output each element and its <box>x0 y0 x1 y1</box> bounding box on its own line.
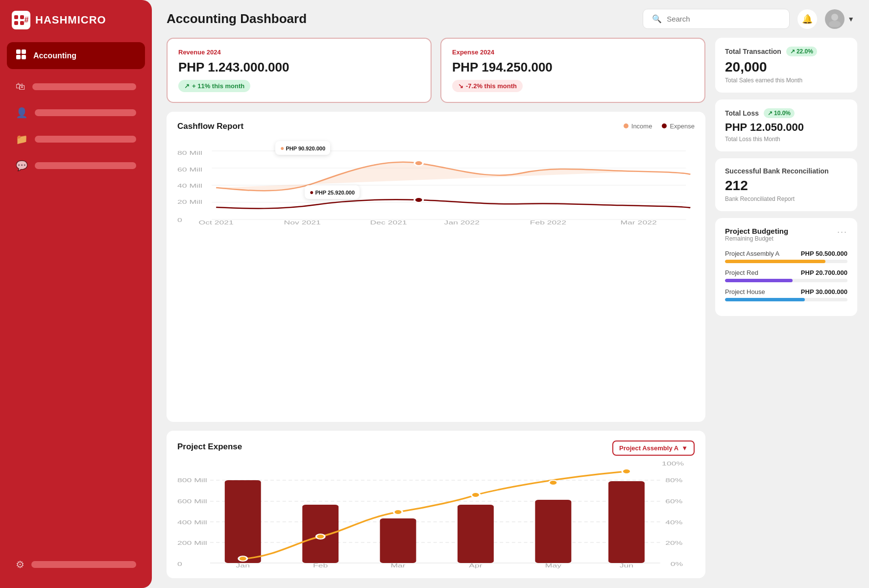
bank-reconciliation-header: Successful Bank Reconciliation <box>725 167 847 175</box>
svg-rect-47 <box>458 505 494 563</box>
budget-item-house-name: Project House <box>725 288 765 295</box>
topbar-right: 🔍 🔔 ▼ <box>643 9 854 29</box>
sidebar-nav: 🛍 👤 📁 💬 <box>0 71 152 546</box>
svg-text:Oct 2021: Oct 2021 <box>199 220 234 224</box>
svg-rect-5 <box>22 49 26 54</box>
svg-point-8 <box>831 14 838 21</box>
revenue-card: Revenue 2024 PHP 1.243.000.000 ↗ + 11% t… <box>167 38 432 103</box>
budget-item-house-value: PHP 30.000.000 <box>801 288 847 295</box>
svg-text:60%: 60% <box>665 499 683 504</box>
total-transaction-badge: ↗ 22.0% <box>786 47 817 56</box>
avatar <box>825 9 845 29</box>
budget-item-house: Project House PHP 30.000.000 <box>725 288 847 301</box>
total-loss-sub: Total Loss this Month <box>725 136 847 143</box>
budget-item-house-header: Project House PHP 30.000.000 <box>725 288 847 295</box>
budget-bar-red <box>725 279 793 282</box>
expense-badge-text: -7.2% this month <box>466 82 517 90</box>
main-content: Accounting Dashboard 🔍 🔔 ▼ Revenue 2024 <box>152 0 869 588</box>
total-transaction-title: Total Transaction <box>725 48 781 55</box>
svg-text:0: 0 <box>177 562 182 567</box>
svg-text:40 Mill: 40 Mill <box>177 183 202 189</box>
search-input[interactable] <box>667 15 780 23</box>
total-transaction-header: Total Transaction ↗ 22.0% <box>725 47 847 56</box>
sidebar-item-people[interactable]: 👤 <box>7 101 145 124</box>
people-icon: 👤 <box>16 107 28 119</box>
dashboard: Revenue 2024 PHP 1.243.000.000 ↗ + 11% t… <box>152 34 869 588</box>
search-box[interactable]: 🔍 <box>643 9 790 29</box>
sidebar-item-chat[interactable]: 💬 <box>7 154 145 177</box>
total-loss-badge: ↗ 10.0% <box>764 108 795 118</box>
notification-button[interactable]: 🔔 <box>797 9 817 29</box>
search-icon: 🔍 <box>652 14 662 24</box>
svg-point-53 <box>471 492 480 497</box>
avatar-area[interactable]: ▼ <box>825 9 854 29</box>
expense-value: PHP 194.250.000 <box>452 60 694 75</box>
svg-text:Dec 2021: Dec 2021 <box>370 220 407 224</box>
budget-item-assembly-name: Project Assembly A <box>725 250 779 257</box>
project-budgeting-card: Project Budgeting Remaining Budget ··· P… <box>715 218 857 316</box>
svg-text:Mar 2022: Mar 2022 <box>620 220 656 224</box>
svg-point-51 <box>316 534 325 539</box>
right-panel: Total Transaction ↗ 22.0% 20,000 Total S… <box>715 38 857 578</box>
accounting-icon <box>16 49 26 62</box>
project-budgeting-sub: Remaining Budget <box>725 235 788 242</box>
budget-item-assembly-value: PHP 50.500.000 <box>801 250 847 257</box>
trending-down-icon: ↘ <box>458 82 463 90</box>
svg-rect-44 <box>225 480 261 563</box>
svg-text:0%: 0% <box>671 562 683 567</box>
nav-label-bar-1 <box>32 83 136 90</box>
budget-bar-assembly <box>725 260 825 263</box>
svg-text:80%: 80% <box>665 478 683 483</box>
sidebar-item-files[interactable]: 📁 <box>7 127 145 151</box>
budget-item-red-header: Project Red PHP 20.700.000 <box>725 269 847 276</box>
budget-item-red: Project Red PHP 20.700.000 <box>725 269 847 282</box>
expense-card: Expense 2024 PHP 194.250.000 ↘ -7.2% thi… <box>440 38 705 103</box>
project-budgeting-title: Project Budgeting <box>725 227 788 235</box>
expense-legend-label: Expense <box>670 122 695 130</box>
nav-label-bar-settings <box>31 561 136 568</box>
nav-label-bar-4 <box>35 162 136 169</box>
files-icon: 📁 <box>16 133 28 145</box>
sidebar-item-sales[interactable]: 🛍 <box>7 75 145 98</box>
total-transaction-sub: Total Sales earned this Month <box>725 77 847 84</box>
more-options-icon[interactable]: ··· <box>837 227 847 237</box>
logo-text: HASHMICRO <box>35 14 106 26</box>
svg-rect-1 <box>20 15 24 19</box>
bank-reconciliation-value: 212 <box>725 178 847 194</box>
sidebar-item-accounting[interactable]: Accounting <box>7 42 145 69</box>
nav-label-bar-2 <box>35 109 136 116</box>
expense-label: Expense 2024 <box>452 49 694 56</box>
svg-text:100%: 100% <box>662 461 684 466</box>
dropdown-chevron-icon: ▼ <box>681 444 688 452</box>
revenue-label: Revenue 2024 <box>178 49 420 56</box>
svg-point-55 <box>622 469 631 474</box>
svg-rect-4 <box>16 49 21 54</box>
income-legend-label: Income <box>631 122 652 130</box>
budget-bar-house-bg <box>725 298 847 301</box>
trending-up-icon-tl: ↗ <box>768 110 772 117</box>
svg-text:May: May <box>545 563 562 568</box>
bank-reconciliation-sub: Bank Reconciliated Report <box>725 196 847 202</box>
cashflow-legend: Income Expense <box>624 122 695 130</box>
budget-item-assembly: Project Assembly A PHP 50.500.000 <box>725 250 847 263</box>
svg-rect-48 <box>535 500 571 563</box>
project-dropdown-button[interactable]: Project Assembly A ▼ <box>612 441 695 456</box>
svg-rect-0 <box>14 15 18 19</box>
svg-point-20 <box>414 161 423 166</box>
total-transaction-value: 20,000 <box>725 59 847 75</box>
svg-text:Jan: Jan <box>236 563 250 568</box>
svg-text:Jan 2022: Jan 2022 <box>444 220 480 224</box>
svg-rect-7 <box>22 55 26 59</box>
svg-point-54 <box>549 480 558 485</box>
topbar: Accounting Dashboard 🔍 🔔 ▼ <box>152 0 869 34</box>
sidebar-item-settings[interactable]: ⚙ <box>7 553 145 576</box>
bank-reconciliation-title: Successful Bank Reconciliation <box>725 167 829 175</box>
svg-rect-3 <box>20 21 24 25</box>
project-expense-chart: 0 200 Mill 400 Mill 600 Mill 800 Mill 0%… <box>177 461 695 568</box>
bank-reconciliation-card: Successful Bank Reconciliation 212 Bank … <box>715 158 857 211</box>
income-dot <box>624 123 628 128</box>
project-dropdown-label: Project Assembly A <box>619 444 678 452</box>
cashflow-title: Cashflow Report <box>177 122 243 131</box>
expense-dot <box>662 123 667 128</box>
sidebar-logo: # HASHMICRO <box>0 0 152 40</box>
